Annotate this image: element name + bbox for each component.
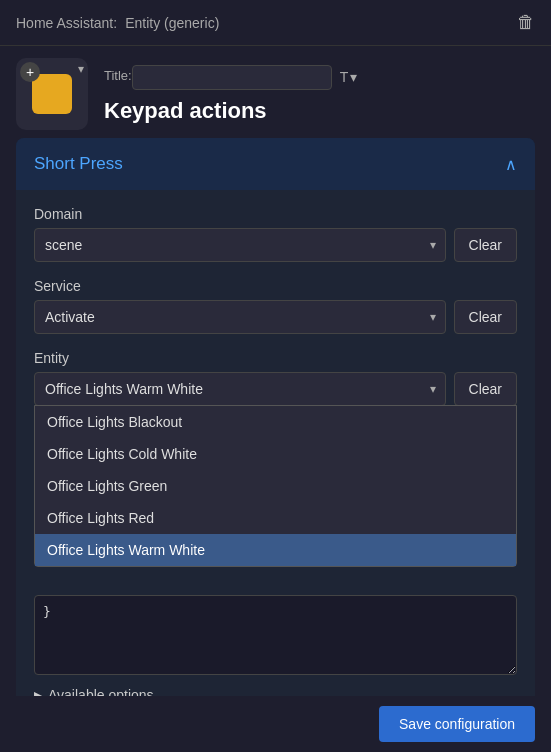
title-area: Title: T ▾ Keypad actions (104, 65, 357, 124)
code-textarea[interactable]: } (34, 595, 517, 675)
icon-title-row: + ▾ Title: T ▾ Keypad actions (0, 46, 551, 138)
service-row: Activate ▾ Clear (34, 300, 517, 334)
dropdown-item-blackout[interactable]: Office Lights Blackout (35, 406, 516, 438)
entity-label: Entity (34, 350, 517, 366)
domain-select-wrapper: scene ▾ (34, 228, 446, 262)
plus-icon: + (26, 64, 34, 80)
service-label: Service (34, 278, 517, 294)
header-entity: Entity (generic) (125, 15, 219, 31)
domain-select[interactable]: scene (34, 228, 446, 262)
domain-clear-button[interactable]: Clear (454, 228, 517, 262)
entity-select-wrapper: Office Lights Warm White ▾ (34, 372, 446, 406)
service-clear-button[interactable]: Clear (454, 300, 517, 334)
t-chevron: ▾ (350, 69, 357, 85)
header-left: Home Assistant: Entity (generic) (16, 15, 219, 31)
short-press-chevron: ∧ (505, 155, 517, 174)
save-button[interactable]: Save configuration (379, 706, 535, 742)
t-format-button[interactable]: T ▾ (340, 69, 358, 85)
dropdown-item-green[interactable]: Office Lights Green (35, 470, 516, 502)
add-icon-button[interactable]: + (20, 62, 40, 82)
dropdown-item-red[interactable]: Office Lights Red (35, 502, 516, 534)
header: Home Assistant: Entity (generic) 🗑 (0, 0, 551, 46)
domain-field-group: Domain scene ▾ Clear (34, 206, 517, 262)
header-brand: Home Assistant: (16, 15, 117, 31)
short-press-header[interactable]: Short Press ∧ (16, 138, 535, 190)
domain-row: scene ▾ Clear (34, 228, 517, 262)
service-field-group: Service Activate ▾ Clear (34, 278, 517, 334)
footer: Save configuration (0, 696, 551, 752)
icon-box[interactable]: + ▾ (16, 58, 88, 130)
domain-label: Domain (34, 206, 517, 222)
short-press-body: Domain scene ▾ Clear Service (16, 190, 535, 710)
service-select-wrapper: Activate ▾ (34, 300, 446, 334)
service-select[interactable]: Activate (34, 300, 446, 334)
entity-select[interactable]: Office Lights Warm White (34, 372, 446, 406)
entity-dropdown-list: Office Lights Blackout Office Lights Col… (34, 405, 517, 567)
short-press-title: Short Press (34, 154, 123, 174)
page-title: Keypad actions (104, 98, 357, 124)
main-content: Short Press ∧ Domain scene ▾ Clear (0, 138, 551, 710)
trash-icon[interactable]: 🗑 (517, 12, 535, 33)
entity-field-row: Office Lights Warm White ▾ Clear Office … (34, 372, 517, 567)
dropdown-item-warm-white[interactable]: Office Lights Warm White (35, 534, 516, 566)
title-input[interactable] (132, 65, 332, 90)
entity-select-row: Office Lights Warm White ▾ Clear (34, 372, 517, 406)
dropdown-item-cold-white[interactable]: Office Lights Cold White (35, 438, 516, 470)
title-label: Title: (104, 68, 132, 83)
short-press-section: Short Press ∧ Domain scene ▾ Clear (16, 138, 535, 710)
icon-square (32, 74, 72, 114)
t-icon: T (340, 69, 349, 85)
title-row: Title: T ▾ (104, 65, 357, 90)
entity-clear-button[interactable]: Clear (454, 372, 517, 406)
icon-chevron: ▾ (78, 62, 84, 76)
entity-field-group: Entity Office Lights Warm White ▾ Clear (34, 350, 517, 567)
